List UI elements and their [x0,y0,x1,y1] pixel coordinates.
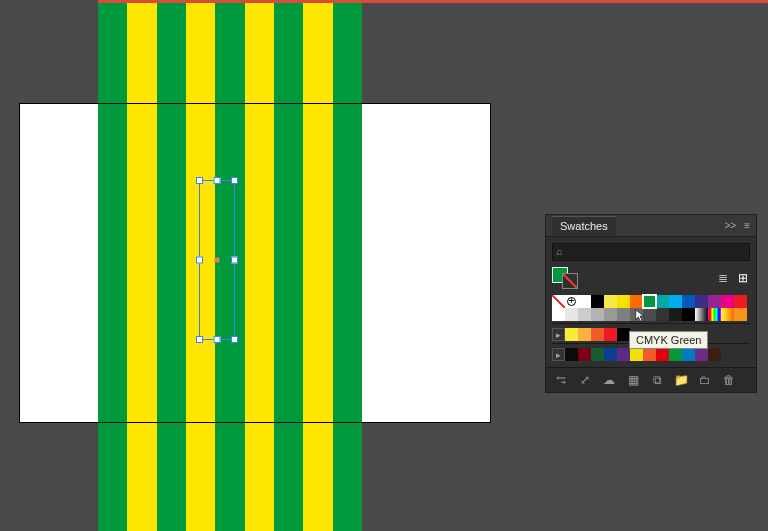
panel-header[interactable]: Swatches >> ≡ [546,215,756,237]
color-swatch[interactable] [604,308,617,321]
color-swatch[interactable] [708,348,721,361]
resize-handle-tm[interactable] [214,177,221,184]
resize-handle-bl[interactable] [196,336,203,343]
swatch-grad-rainbow[interactable] [708,308,721,321]
color-swatch[interactable] [565,308,578,321]
color-swatch[interactable] [721,295,734,308]
color-swatch[interactable] [734,308,747,321]
swatch-grad-sun[interactable] [721,308,734,321]
color-swatch[interactable] [565,328,578,341]
color-swatch[interactable] [669,348,682,361]
swatch-search-input[interactable] [552,243,750,261]
resize-handle-tr[interactable] [231,177,238,184]
new-swatch-icon[interactable]: ⧉ [650,373,664,387]
color-swatch[interactable] [578,348,591,361]
resize-handle-mr[interactable] [231,257,238,264]
fill-stroke-indicator[interactable] [552,267,578,289]
resize-handle-br[interactable] [231,336,238,343]
color-swatch[interactable] [604,328,617,341]
color-swatch[interactable] [695,348,708,361]
panel-tab-swatches[interactable]: Swatches [552,216,616,235]
color-swatch[interactable] [578,328,591,341]
selection-center-icon [215,258,220,263]
color-swatch[interactable] [656,308,669,321]
color-swatch[interactable] [643,295,656,308]
list-view-icon[interactable]: ≣ [716,271,730,285]
swatch-libraries-menu-icon[interactable]: ⥃ [554,373,568,387]
canvas[interactable] [0,0,545,531]
swatch-options-icon[interactable]: ☁ [602,373,616,387]
color-swatch[interactable] [643,348,656,361]
color-swatch[interactable] [591,328,604,341]
open-library-icon[interactable]: 📁 [674,373,688,387]
color-swatch[interactable] [617,348,630,361]
color-swatch[interactable] [591,348,604,361]
color-swatch[interactable] [643,308,656,321]
panel-menu-icon[interactable]: ≡ [744,220,750,231]
color-swatch[interactable] [656,295,669,308]
color-swatch[interactable] [591,308,604,321]
color-swatch[interactable] [708,295,721,308]
resize-handle-tl[interactable] [196,177,203,184]
current-stroke-swatch[interactable] [562,273,578,289]
color-swatch[interactable] [552,308,565,321]
color-swatch[interactable] [630,308,643,321]
color-swatch[interactable] [734,295,747,308]
swatch-group-folder-icon[interactable]: ▸ [552,328,565,341]
swatch-grad-bw[interactable] [695,308,708,321]
color-swatch[interactable] [630,295,643,308]
swatch-reg[interactable] [565,295,578,308]
swatch-none[interactable] [552,295,565,308]
color-swatch[interactable] [591,295,604,308]
panel-footer: ⥃⤢☁▦⧉📁🗀🗑 [546,367,756,392]
collapse-panel-icon[interactable]: >> [724,220,736,231]
color-swatch[interactable] [669,308,682,321]
grid-view-icon[interactable]: ⊞ [736,271,750,285]
swatch-tooltip: CMYK Green [629,331,708,349]
edit-swatch-icon[interactable]: 🗀 [698,373,712,387]
color-swatch[interactable] [682,308,695,321]
color-swatch[interactable] [617,308,630,321]
color-swatch[interactable] [604,295,617,308]
color-swatch[interactable] [656,348,669,361]
color-swatch[interactable] [669,295,682,308]
selection-bounding-box[interactable] [199,180,235,340]
color-swatch[interactable] [578,295,591,308]
search-icon: ⌕ [556,245,563,257]
swatch-kinds-menu-icon[interactable]: ⤢ [578,373,592,387]
color-swatch[interactable] [604,348,617,361]
new-color-group-icon[interactable]: ▦ [626,373,640,387]
color-swatch[interactable] [630,348,643,361]
color-swatch[interactable] [695,295,708,308]
color-swatch[interactable] [565,348,578,361]
resize-handle-ml[interactable] [196,257,203,264]
swatches-panel: Swatches >> ≡ ⌕ ≣ ⊞ ▸▸ ⥃⤢☁▦⧉📁🗀🗑 CMYK Gre… [545,214,757,393]
color-swatch[interactable] [682,295,695,308]
delete-swatch-icon[interactable]: 🗑 [722,373,736,387]
resize-handle-bm[interactable] [214,336,221,343]
swatch-group-folder-icon[interactable]: ▸ [552,348,565,361]
artboard-outline [20,104,490,422]
color-swatch[interactable] [682,348,695,361]
color-swatch[interactable] [617,295,630,308]
color-swatch[interactable] [578,308,591,321]
